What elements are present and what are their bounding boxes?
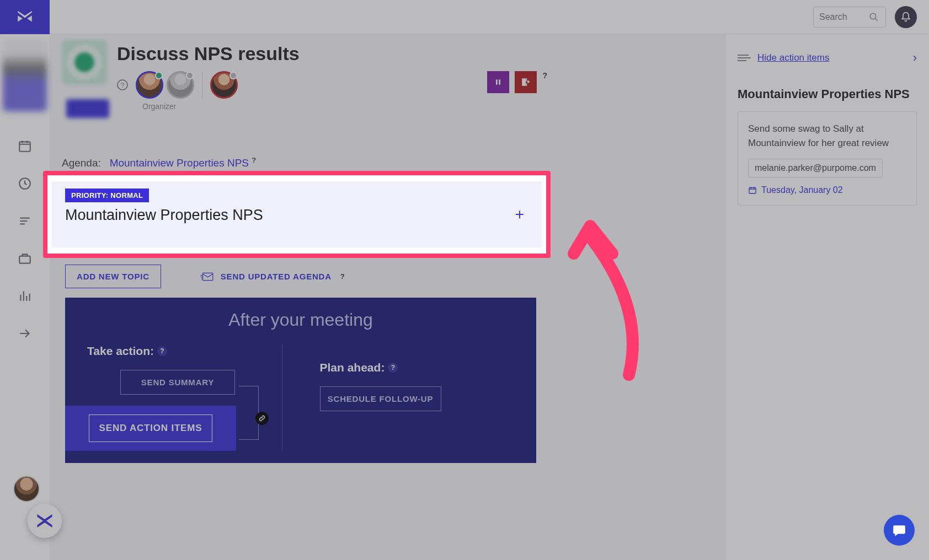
pause-icon (494, 78, 503, 87)
briefcase-icon[interactable] (18, 251, 32, 266)
expand-topic-button[interactable]: + (515, 206, 524, 223)
action-item-card[interactable]: Send some swag to Sally at Mountainview … (738, 111, 917, 206)
svg-rect-4 (496, 79, 498, 84)
chevron-right-icon[interactable]: › (913, 51, 917, 65)
attendee-avatar[interactable] (136, 71, 163, 99)
connector-line (239, 386, 259, 419)
nav-blurred-section (3, 40, 47, 111)
app-logo[interactable] (0, 0, 50, 34)
plan-ahead-heading: Plan ahead: ? (320, 361, 515, 374)
topic-title: Mountainview Properties NPS (65, 207, 263, 224)
presence-offline-icon (186, 72, 194, 79)
priority-badge: PRIORITY: NORMAL (65, 189, 149, 202)
action-items-panel: Hide action items › Mountainview Propert… (725, 34, 929, 560)
svg-rect-6 (522, 79, 526, 85)
pause-button[interactable] (487, 71, 509, 93)
exit-button[interactable] (515, 71, 537, 93)
assignee-email[interactable]: melanie.parker@purpome.com (748, 159, 883, 177)
schedule-followup-button[interactable]: SCHEDULE FOLLOW-UP (320, 386, 441, 411)
floating-logo-button[interactable] (28, 504, 62, 538)
main-content: Discuss NPS results ? ? Organizer (62, 40, 547, 186)
help-icon[interactable]: ? (117, 79, 128, 90)
action-item-body: Send some swag to Sally at Mountainview … (748, 122, 906, 150)
page-title: Discuss NPS results (117, 43, 547, 64)
divider (202, 71, 202, 99)
help-icon[interactable]: ? (542, 71, 547, 80)
attendee-avatar[interactable] (167, 71, 194, 99)
after-meeting-panel: After your meeting Take action: ? SEND S… (65, 298, 536, 463)
help-icon[interactable]: ? (252, 156, 256, 164)
user-avatar[interactable] (13, 476, 40, 502)
due-date[interactable]: Tuesday, January 02 (748, 185, 906, 195)
calendar-icon[interactable] (18, 139, 32, 153)
arrow-right-icon[interactable] (18, 326, 32, 341)
send-summary-button[interactable]: SEND SUMMARY (120, 370, 235, 395)
svg-rect-7 (202, 273, 212, 280)
action-item-title: Mountainview Properties NPS (738, 87, 917, 101)
sidebar (0, 0, 50, 560)
agenda-label: Agenda: (62, 157, 101, 169)
search-input[interactable] (819, 12, 863, 22)
send-agenda-button[interactable]: SEND UPDATED AGENDA ? (200, 271, 345, 282)
calendar-icon (748, 186, 757, 195)
bell-icon (900, 12, 911, 23)
attendee-avatar[interactable] (210, 71, 238, 99)
chat-button[interactable] (884, 515, 915, 546)
hide-action-items-link[interactable]: Hide action items (738, 52, 829, 63)
svg-rect-0 (19, 142, 30, 151)
presence-offline-icon (229, 72, 237, 79)
chat-icon (892, 523, 906, 537)
envelope-icon (200, 271, 214, 282)
take-action-heading: Take action: ? (87, 344, 282, 358)
connector-line (239, 419, 259, 440)
annotation-arrow (546, 209, 656, 386)
search-icon (869, 12, 879, 22)
org-icon (62, 40, 107, 85)
search-box[interactable] (813, 7, 886, 28)
send-action-items-button[interactable]: SEND ACTION ITEMS (89, 414, 213, 442)
clock-icon[interactable] (18, 176, 32, 191)
after-meeting-title: After your meeting (87, 310, 514, 330)
exit-icon (521, 77, 531, 87)
agenda-heading: Agenda: Mountainview Properties NPS ? (62, 156, 547, 169)
list-icon[interactable] (18, 214, 32, 228)
add-topic-button[interactable]: ADD NEW TOPIC (65, 265, 161, 288)
help-icon[interactable]: ? (157, 346, 167, 356)
help-icon[interactable]: ? (340, 272, 345, 281)
svg-rect-5 (499, 79, 501, 84)
link-icon (255, 412, 269, 425)
notifications-button[interactable] (895, 6, 917, 28)
svg-rect-2 (19, 256, 30, 263)
help-icon[interactable]: ? (388, 363, 398, 373)
organizer-label: Organizer (142, 102, 547, 111)
list-icon (738, 55, 751, 61)
agenda-link[interactable]: Mountainview Properties NPS (110, 157, 249, 169)
topbar (50, 0, 929, 34)
send-agenda-label: SEND UPDATED AGENDA (221, 272, 332, 281)
topic-card-highlighted[interactable]: PRIORITY: NORMAL Mountainview Properties… (43, 171, 551, 258)
svg-rect-8 (749, 187, 756, 193)
svg-point-3 (870, 13, 876, 19)
presence-online-icon (155, 72, 163, 79)
chart-icon[interactable] (18, 289, 32, 303)
